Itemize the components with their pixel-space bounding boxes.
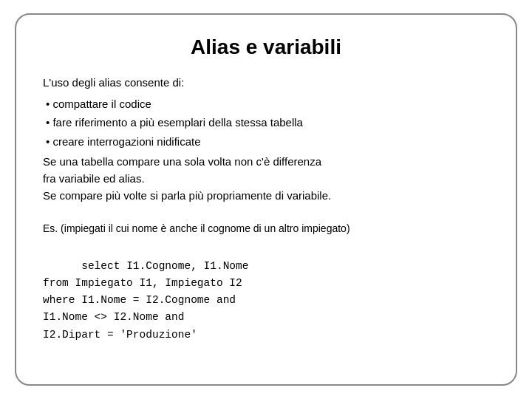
bullet-item-3: • creare interrogazioni nidificate (46, 133, 489, 150)
slide-card: Alias e variabili L'uso degli alias cons… (15, 13, 517, 386)
closing-line-2: fra variabile ed alias. (43, 172, 145, 185)
intro-line: L'uso degli alias consente di: (43, 74, 489, 91)
bullet-list: • compattare il codice • fare riferiment… (46, 95, 489, 150)
closing-line-3: Se compare più volte si parla più propri… (43, 189, 331, 202)
code-line-3: where I1.Nome = I2.Cognome and (43, 294, 236, 306)
example-intro: Es. (impiegati il cui nome è anche il co… (43, 221, 489, 236)
bullet-item-1: • compattare il codice (46, 95, 489, 112)
code-line-2: from Impiegato I1, Impiegato I2 (43, 277, 242, 289)
example-section: Es. (impiegati il cui nome è anche il co… (43, 221, 489, 361)
code-line-5: I2.Dipart = 'Produzione' (43, 329, 197, 341)
bullet-item-2: • fare riferimento a più esemplari della… (46, 114, 489, 131)
code-block: select I1.Cognome, I1.Nome from Impiegat… (43, 241, 489, 361)
closing-text: Se una tabella compare una sola volta no… (43, 153, 489, 205)
code-line-4: I1.Nome <> I2.Nome and (43, 311, 184, 323)
code-line-1: select I1.Cognome, I1.Nome (81, 260, 248, 272)
closing-line-1: Se una tabella compare una sola volta no… (43, 155, 321, 168)
slide-title: Alias e variabili (43, 35, 489, 59)
